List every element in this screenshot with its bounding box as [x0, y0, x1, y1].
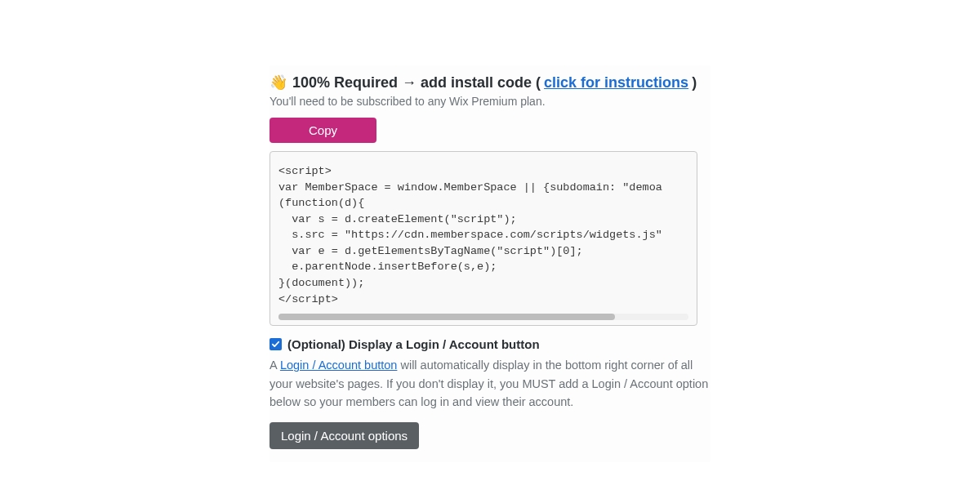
scrollbar-thumb[interactable]: [278, 314, 615, 320]
heading-text-after: ): [692, 74, 697, 91]
heading: 👋 100% Required → add install code (clic…: [270, 74, 710, 91]
display-login-description: A Login / Account button will automatica…: [270, 356, 710, 411]
horizontal-scrollbar[interactable]: [278, 314, 688, 320]
display-login-option-row: (Optional) Display a Login / Account but…: [270, 337, 710, 351]
code-snippet: <script> var MemberSpace = window.Member…: [278, 163, 688, 307]
code-box[interactable]: <script> var MemberSpace = window.Member…: [270, 151, 697, 326]
install-code-card: 👋 100% Required → add install code (clic…: [270, 65, 710, 462]
login-account-button-link[interactable]: Login / Account button: [280, 359, 398, 372]
login-account-options-button[interactable]: Login / Account options: [270, 422, 419, 449]
heading-text-before: 100% Required → add install code (: [292, 74, 541, 91]
check-icon: [271, 340, 280, 349]
wave-icon: 👋: [270, 74, 287, 91]
display-login-checkbox[interactable]: [270, 338, 282, 350]
copy-button[interactable]: Copy: [270, 118, 376, 143]
desc-before: A: [270, 359, 280, 372]
subtext: You'll need to be subscribed to any Wix …: [270, 95, 710, 108]
display-login-label: (Optional) Display a Login / Account but…: [287, 337, 540, 351]
instructions-link[interactable]: click for instructions: [544, 74, 688, 91]
